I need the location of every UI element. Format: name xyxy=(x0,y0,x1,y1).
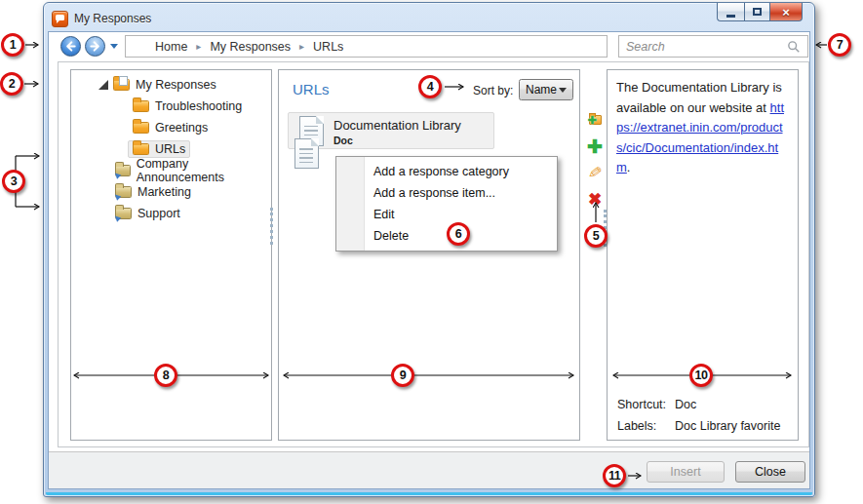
window-bottom-accent xyxy=(46,492,812,495)
callout-11: 11 xyxy=(603,464,626,487)
response-preview-text: The Documentation Library is available o… xyxy=(616,78,790,178)
preview-text: The Documentation Library is available o… xyxy=(616,80,782,115)
callout-5: 5 xyxy=(584,224,608,248)
folder-icon xyxy=(113,79,130,91)
add-category-icon: ✚ xyxy=(589,115,602,125)
pencil-icon: ✎ xyxy=(586,162,603,184)
add-item-button[interactable]: ✚ xyxy=(584,136,606,156)
tree-item-label: Support xyxy=(137,207,180,220)
shortcut-label: Shortcut: xyxy=(617,398,675,411)
folder-icon xyxy=(133,143,149,155)
breadcrumb-separator-icon: ▸ xyxy=(196,41,201,52)
shared-folder-icon xyxy=(115,208,132,219)
back-arrow-icon xyxy=(63,39,78,54)
tree-item-label: Greetings xyxy=(155,121,208,135)
tree-item-label: My Responses xyxy=(136,78,216,92)
panel-title: URLs xyxy=(293,81,330,97)
shortcut-row: Shortcut: Doc xyxy=(617,398,696,411)
breadcrumb[interactable]: Home ▸ My Responses ▸ URLs xyxy=(125,35,608,58)
shared-folder-icon xyxy=(115,186,132,198)
labels-label: Labels: xyxy=(617,419,675,433)
callout-4: 4 xyxy=(418,75,442,98)
callout-7: 7 xyxy=(828,33,851,57)
tree-item-greetings[interactable]: Greetings xyxy=(71,117,271,138)
titlebar[interactable]: My Responses xyxy=(52,8,151,29)
sort-by-label: Sort by: xyxy=(473,84,513,97)
expander-icon[interactable] xyxy=(98,80,108,90)
callout-2: 2 xyxy=(0,72,23,96)
callout-9: 9 xyxy=(391,364,414,387)
tree-item-label: URLs xyxy=(155,142,185,156)
shared-folder-icon xyxy=(115,165,131,176)
delete-button[interactable]: ✖ xyxy=(584,189,606,209)
tree-item-support[interactable]: Support xyxy=(71,203,271,224)
search-icon xyxy=(787,40,801,54)
add-category-button[interactable]: ✚ xyxy=(584,110,606,130)
response-item-title: Documentation Library xyxy=(333,118,461,133)
chevron-down-icon xyxy=(559,88,567,97)
forward-arrow-icon xyxy=(88,39,102,54)
response-item-shortcut: Doc xyxy=(333,135,353,146)
menu-item-add-response-category[interactable]: Add a response category xyxy=(336,161,557,182)
tree-item-company-announcements[interactable]: Company Announcements xyxy=(71,160,271,181)
app-icon xyxy=(52,11,68,27)
labels-row: Labels: Doc Library favorite xyxy=(617,419,780,433)
tree-item-marketing[interactable]: Marketing xyxy=(71,181,271,203)
close-icon: × xyxy=(782,5,790,19)
menu-item-edit[interactable]: Edit xyxy=(336,204,557,225)
callout-10: 10 xyxy=(689,364,713,387)
delete-x-icon: ✖ xyxy=(588,189,602,210)
responses-list-panel: URLs Sort by: Name Documentation Library… xyxy=(278,69,580,441)
breadcrumb-separator-icon: ▸ xyxy=(299,41,304,52)
close-button[interactable]: × xyxy=(770,3,803,21)
breadcrumb-item-urls[interactable]: URLs xyxy=(313,40,343,54)
tree-item-label: Marketing xyxy=(137,185,191,199)
close-dialog-button[interactable]: Close xyxy=(735,461,805,483)
folder-icon xyxy=(133,122,149,134)
insert-button[interactable]: Insert xyxy=(647,461,725,483)
breadcrumb-item-home[interactable]: Home xyxy=(155,40,187,54)
menu-item-add-response-item[interactable]: Add a response item... xyxy=(336,182,557,204)
sort-dropdown[interactable]: Name xyxy=(519,79,573,100)
client-area: Home ▸ My Responses ▸ URLs Search xyxy=(48,31,810,489)
sort-dropdown-value: Name xyxy=(526,83,557,97)
splitter-grip[interactable] xyxy=(270,208,273,245)
shortcut-value: Doc xyxy=(675,398,696,411)
maximize-icon xyxy=(753,8,762,16)
search-input[interactable]: Search xyxy=(618,35,808,58)
search-placeholder: Search xyxy=(626,40,787,54)
screenshot-stage: My Responses × Home ▸ xyxy=(0,0,863,504)
plus-icon: ✚ xyxy=(587,137,603,156)
preview-text-period: . xyxy=(627,160,631,174)
edit-button[interactable]: ✎ xyxy=(584,163,606,182)
tree-item-label: Troubleshooting xyxy=(155,99,242,113)
window-controls: × xyxy=(717,3,803,21)
callout-6: 6 xyxy=(447,222,470,246)
labels-value: Doc Library favorite xyxy=(675,419,780,433)
tree-item-my-responses[interactable]: My Responses xyxy=(71,74,271,96)
callout-1: 1 xyxy=(1,33,24,57)
folder-icon xyxy=(133,100,149,112)
tree-item-label: Company Announcements xyxy=(137,157,266,184)
breadcrumb-item-my-responses[interactable]: My Responses xyxy=(210,40,291,54)
minimize-icon xyxy=(726,15,735,18)
forward-button[interactable] xyxy=(85,36,105,57)
document-icon[interactable] xyxy=(294,138,319,169)
minimize-button[interactable] xyxy=(717,3,744,21)
history-dropdown-icon[interactable] xyxy=(110,44,118,53)
footer-bar: Insert Close xyxy=(49,451,809,488)
tree-item-troubleshooting[interactable]: Troubleshooting xyxy=(71,96,271,117)
back-button[interactable] xyxy=(60,36,81,57)
window-title: My Responses xyxy=(74,12,151,25)
callout-3: 3 xyxy=(2,170,25,193)
maximize-button[interactable] xyxy=(744,3,770,21)
callout-8: 8 xyxy=(154,364,177,387)
